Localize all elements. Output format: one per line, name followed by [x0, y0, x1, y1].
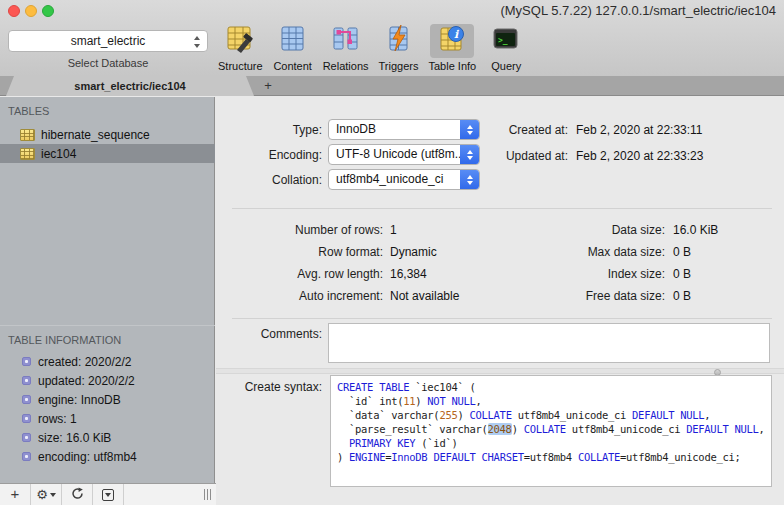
- bullet-icon: [22, 433, 31, 442]
- table-name: iec104: [41, 147, 76, 161]
- info-item-text: rows: 1: [38, 412, 77, 426]
- bullet-icon: [22, 376, 31, 385]
- tables-header: TABLES: [8, 105, 49, 117]
- window-toolbar: (MySQL 5.7.22) 127.0.0.1/smart_electric/…: [0, 0, 784, 76]
- info-item-encoding: encoding: utf8mb4: [0, 447, 215, 466]
- index-size-label: Index size:: [496, 265, 665, 283]
- table-actions-button[interactable]: ⚙: [31, 484, 62, 505]
- avg-row-length-label: Avg. row length:: [216, 265, 383, 283]
- free-data-size-label: Free data size:: [496, 287, 665, 305]
- table-row-iec104[interactable]: iec104: [0, 144, 215, 163]
- triggers-button[interactable]: Triggers: [373, 24, 425, 72]
- sidebar-divider: [0, 325, 215, 326]
- relations-label: Relations: [323, 60, 369, 72]
- info-item-created: created: 2020/2/2: [0, 352, 215, 371]
- zoom-window-button[interactable]: [42, 5, 54, 17]
- plus-icon: +: [11, 486, 20, 503]
- data-size-label: Data size:: [496, 221, 665, 239]
- table-icon: [20, 129, 35, 141]
- add-table-button[interactable]: +: [0, 484, 31, 505]
- updated-at-value: Feb 2, 2020 at 22:33:23: [576, 145, 703, 167]
- table-info-button[interactable]: i Table Info: [425, 24, 481, 72]
- title-bar: (MySQL 5.7.22) 127.0.0.1/smart_electric/…: [0, 0, 784, 22]
- section-divider: [232, 318, 772, 319]
- encoding-label: Encoding:: [216, 144, 322, 166]
- tab-smart-electric-iec104[interactable]: smart_electric/iec104: [6, 76, 254, 96]
- query-label: Query: [484, 60, 528, 72]
- section-divider: [232, 208, 772, 209]
- database-select-value: smart_electric: [71, 34, 146, 48]
- database-select-dropdown[interactable]: smart_electric: [8, 30, 208, 52]
- bullet-icon: [22, 395, 31, 404]
- sidebar: TABLES hibernate_sequence iec104 TABLE I…: [0, 97, 215, 483]
- refresh-tables-button[interactable]: [62, 484, 93, 505]
- number-of-rows-label: Number of rows:: [216, 221, 383, 239]
- query-button[interactable]: >_ Query: [480, 24, 532, 72]
- comments-input[interactable]: [328, 323, 770, 363]
- info-item-text: updated: 2020/2/2: [38, 374, 135, 388]
- table-info-label: Table Info: [429, 60, 477, 72]
- console-icon: [102, 489, 114, 501]
- structure-button[interactable]: Structure: [214, 24, 267, 72]
- relations-icon: [331, 24, 361, 58]
- max-data-size-value: 0 B: [673, 243, 691, 261]
- splitter-bar[interactable]: [216, 368, 784, 374]
- index-size-value: 0 B: [673, 265, 691, 283]
- gear-icon: ⚙: [36, 487, 48, 502]
- table-info-panel: Type: InnoDB Encoding: UTF-8 Unicode (ut…: [216, 97, 784, 505]
- created-at-label: Created at:: [446, 119, 568, 141]
- triggers-label: Triggers: [377, 60, 421, 72]
- auto-increment-value: Not available: [390, 287, 459, 305]
- table-info-icon: i: [437, 24, 467, 58]
- minimize-window-button[interactable]: [25, 5, 37, 17]
- row-format-value: Dynamic: [390, 243, 437, 261]
- table-icon: [20, 148, 35, 160]
- info-item-updated: updated: 2020/2/2: [0, 371, 215, 390]
- collation-value: utf8mb4_unicode_ci: [336, 172, 443, 186]
- info-item-text: encoding: utf8mb4: [38, 450, 137, 464]
- info-item-text: engine: InnoDB: [38, 393, 121, 407]
- auto-increment-label: Auto increment:: [216, 287, 383, 305]
- max-data-size-label: Max data size:: [496, 243, 665, 261]
- structure-icon: [225, 24, 255, 58]
- row-format-label: Row format:: [216, 243, 383, 261]
- select-database-label: Select Database: [8, 57, 208, 69]
- created-at-value: Feb 2, 2020 at 22:33:11: [576, 119, 703, 141]
- sidebar-resize-handle[interactable]: [204, 489, 211, 500]
- collation-label: Collation:: [216, 169, 322, 191]
- structure-label: Structure: [218, 60, 263, 72]
- window-title: (MySQL 5.7.22) 127.0.0.1/smart_electric/…: [500, 3, 776, 18]
- content-button[interactable]: Content: [267, 24, 319, 72]
- data-size-value: 16.0 KiB: [673, 221, 718, 239]
- table-name: hibernate_sequence: [41, 128, 150, 142]
- avg-row-length-value: 16,384: [390, 265, 427, 283]
- table-information-header: TABLE INFORMATION: [8, 334, 121, 346]
- content-icon: [278, 24, 308, 58]
- create-syntax-code[interactable]: CREATE TABLE `iec104` ( `id` int(11) NOT…: [330, 375, 772, 487]
- bullet-icon: [22, 357, 31, 366]
- chevron-up-down-icon: [460, 169, 479, 190]
- triggers-icon: [384, 24, 414, 58]
- content-label: Content: [271, 60, 315, 72]
- free-data-size-value: 0 B: [673, 287, 691, 305]
- show-console-button[interactable]: [93, 484, 124, 505]
- refresh-icon: [71, 486, 84, 504]
- chevron-up-down-icon: [193, 35, 201, 55]
- new-tab-button[interactable]: +: [258, 76, 278, 96]
- updated-at-label: Updated at:: [446, 145, 568, 167]
- info-item-size: size: 16.0 KiB: [0, 428, 215, 447]
- create-syntax-label: Create syntax:: [216, 380, 322, 394]
- type-label: Type:: [216, 119, 322, 141]
- relations-button[interactable]: Relations: [319, 24, 373, 72]
- table-row-hibernate-sequence[interactable]: hibernate_sequence: [0, 125, 215, 144]
- tab-bar: smart_electric/iec104 +: [0, 76, 784, 96]
- info-item-rows: rows: 1: [0, 409, 215, 428]
- info-item-text: size: 16.0 KiB: [38, 431, 111, 445]
- bullet-icon: [22, 414, 31, 423]
- collation-dropdown[interactable]: utf8mb4_unicode_ci: [328, 169, 480, 190]
- sequel-pro-window: (MySQL 5.7.22) 127.0.0.1/smart_electric/…: [0, 0, 784, 505]
- toolbar-buttons: Structure Content: [214, 24, 532, 72]
- close-window-button[interactable]: [8, 5, 20, 17]
- info-item-engine: engine: InnoDB: [0, 390, 215, 409]
- chevron-down-icon: [50, 493, 56, 497]
